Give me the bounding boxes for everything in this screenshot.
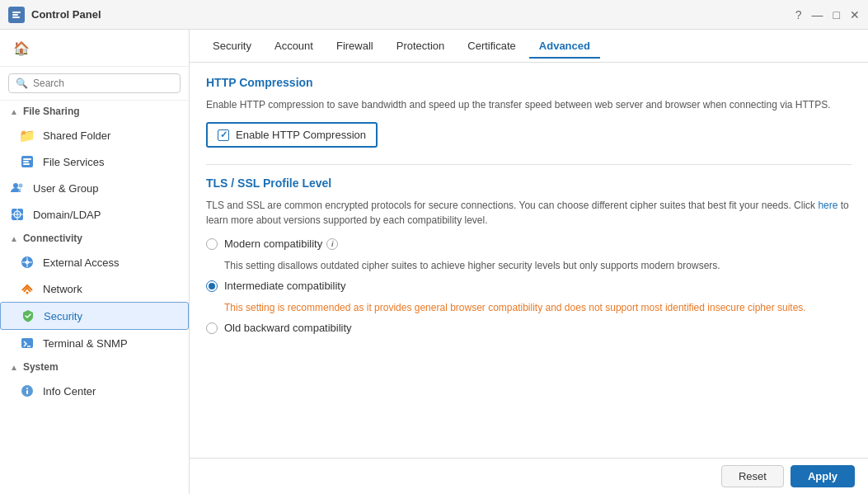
svg-rect-3 [12,16,20,18]
caret-system-icon: ▲ [10,363,18,372]
sidebar-item-file-services-label: File Services [43,156,104,168]
section-connectivity-label: Connectivity [23,233,82,244]
section-file-sharing-label: File Sharing [23,106,80,117]
tls-here-link[interactable]: here [818,200,838,211]
sidebar-item-user-group-label: User & Group [33,182,98,195]
folder-icon: 📁 [20,128,35,143]
http-compression-desc: Enable HTTP compression to save bandwidt… [206,97,852,112]
title-bar-left: Control Panel [8,7,101,23]
main-layout: 🏠 🔍 ▲ File Sharing 📁 Shared Folder File … [0,30,868,494]
svg-rect-5 [23,158,31,160]
sidebar-item-domain-ldap[interactable]: Domain/LDAP [0,201,189,228]
radio-intermediate-label: Intermediate compatibility [224,280,345,292]
content-area: Security Account Firewall Protection Cer… [190,30,868,494]
radio-modern-desc: This setting disallows outdated cipher s… [224,258,852,273]
domain-ldap-icon [10,207,25,222]
http-compression-checkbox-row[interactable]: ✓ Enable HTTP Compression [206,122,378,148]
user-group-icon [10,181,25,195]
svg-point-9 [19,184,23,188]
tab-account[interactable]: Account [265,35,323,59]
http-compression-checkbox[interactable]: ✓ [218,129,229,141]
sidebar-item-network[interactable]: Network [0,275,189,302]
svg-point-21 [26,388,28,389]
radio-modern-circle[interactable] [206,238,218,250]
tab-certificate[interactable]: Certificate [457,35,526,59]
window-controls: ? — □ ✕ [795,8,860,21]
tab-security[interactable]: Security [203,35,261,59]
sidebar-item-shared-folder[interactable]: 📁 Shared Folder [0,122,189,148]
info-center-icon [20,383,35,398]
app-icon [8,7,25,23]
radio-intermediate-circle[interactable] [206,280,218,292]
section-connectivity[interactable]: ▲ Connectivity [0,228,189,249]
sidebar-item-network-label: Network [43,283,82,295]
svg-point-17 [26,292,29,294]
radio-old[interactable]: Old backward compatibility [206,322,852,334]
sidebar-item-shared-folder-label: Shared Folder [43,129,110,142]
section-divider [206,164,852,165]
section-system[interactable]: ▲ System [0,356,189,378]
sidebar-item-external-access[interactable]: External Access [0,249,189,275]
external-access-icon [20,255,35,270]
sidebar: 🏠 🔍 ▲ File Sharing 📁 Shared Folder File … [0,30,190,494]
sidebar-item-info-center-label: Info Center [43,385,96,398]
sidebar-item-terminal-snmp-label: Terminal & SNMP [43,337,128,350]
tab-advanced[interactable]: Advanced [529,35,600,59]
svg-point-8 [13,183,18,188]
sidebar-item-domain-ldap-label: Domain/LDAP [33,209,101,221]
file-services-icon [20,154,35,169]
svg-rect-6 [23,161,29,162]
check-icon: ✓ [220,129,228,140]
sidebar-item-terminal-snmp[interactable]: Terminal & SNMP [0,330,189,356]
help-button[interactable]: ? [795,8,802,21]
tab-firewall[interactable]: Firewall [326,35,383,59]
svg-rect-2 [12,14,18,16]
radio-intermediate-desc: This setting is recommended as it provid… [224,300,852,315]
tls-title: TLS / SSL Profile Level [206,176,852,190]
maximize-button[interactable]: □ [833,8,840,21]
search-container: 🔍 [0,67,189,101]
search-icon: 🔍 [16,78,28,89]
security-icon [21,308,35,323]
app-title: Control Panel [31,8,101,21]
sidebar-item-external-access-label: External Access [43,256,120,269]
search-box[interactable]: 🔍 [8,73,181,93]
close-button[interactable]: ✕ [850,8,860,21]
caret-connectivity-icon: ▲ [10,234,18,243]
radio-modern[interactable]: Modern compatibility i [206,238,852,250]
http-compression-label: Enable HTTP Compression [236,129,366,141]
network-icon [20,281,35,296]
content-body: HTTP Compression Enable HTTP compression… [190,63,868,458]
svg-rect-22 [26,390,28,394]
svg-rect-7 [23,163,30,165]
sidebar-item-file-services[interactable]: File Services [0,148,189,175]
tls-section: TLS / SSL Profile Level TLS and SSL are … [206,176,852,334]
terminal-snmp-icon [20,336,35,351]
http-compression-title: HTTP Compression [206,76,852,89]
content-footer: Reset Apply [190,458,868,494]
section-system-label: System [23,361,59,373]
svg-rect-1 [12,12,21,13]
radio-old-circle[interactable] [206,322,218,334]
minimize-button[interactable]: — [812,8,823,21]
sidebar-item-info-center[interactable]: Info Center [0,378,189,404]
reset-button[interactable]: Reset [721,465,784,487]
sidebar-item-security[interactable]: Security [0,302,189,330]
sidebar-item-user-group[interactable]: User & Group [0,175,189,201]
info-icon[interactable]: i [326,238,338,250]
title-bar: Control Panel ? — □ ✕ [0,0,868,30]
apply-button[interactable]: Apply [791,465,855,487]
search-input[interactable] [33,78,173,89]
caret-icon: ▲ [10,107,18,116]
radio-modern-label: Modern compatibility i [224,238,338,250]
home-button[interactable]: 🏠 [10,36,33,59]
radio-old-label: Old backward compatibility [224,322,352,334]
http-compression-section: HTTP Compression Enable HTTP compression… [206,76,852,161]
section-file-sharing[interactable]: ▲ File Sharing [0,101,189,122]
tls-desc-before: TLS and SSL are common encrypted protoco… [206,200,818,211]
sidebar-item-security-label: Security [44,310,82,322]
radio-intermediate[interactable]: Intermediate compatibility [206,280,852,292]
tabs-bar: Security Account Firewall Protection Cer… [190,30,868,63]
tls-desc: TLS and SSL are common encrypted protoco… [206,198,852,228]
tab-protection[interactable]: Protection [387,35,455,59]
